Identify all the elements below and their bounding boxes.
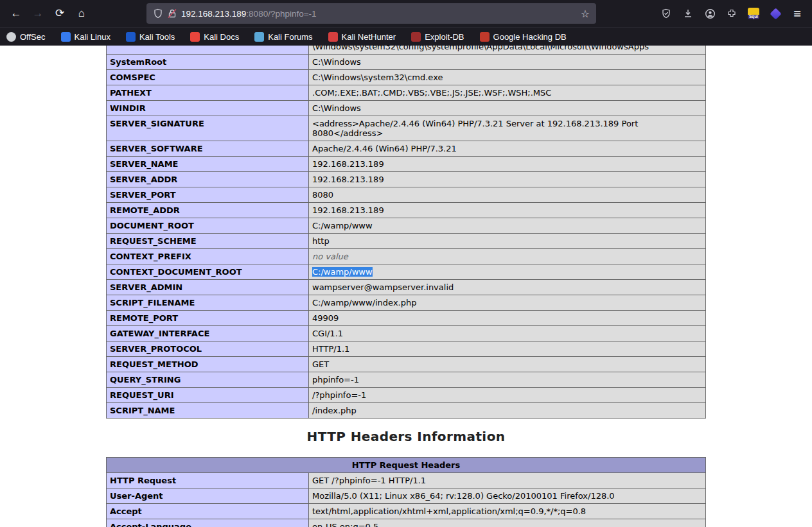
row-value: Apache/2.4.46 (Win64) PHP/7.3.21	[309, 141, 706, 157]
row-label: REMOTE_ADDR	[107, 203, 309, 218]
row-label: REQUEST_SCHEME	[107, 234, 309, 249]
kali-linux-icon	[61, 32, 71, 42]
table-row: SCRIPT_NAME/index.php	[107, 403, 706, 419]
table-row: SystemRootC:\Windows	[107, 55, 706, 70]
row-value: CGI/1.1	[309, 326, 706, 341]
url-path: :8080/?phpinfo=-1	[246, 9, 316, 19]
row-label: User-Agent	[107, 488, 309, 504]
squi-extension-icon[interactable]: Squi	[744, 4, 763, 23]
row-label: DOCUMENT_ROOT	[107, 218, 309, 234]
row-value: /?phpinfo=-1	[309, 388, 706, 403]
row-label: SERVER_ADMIN	[107, 280, 309, 295]
row-value: C:/wamp/www	[309, 264, 706, 280]
ghdb-icon	[480, 32, 490, 42]
bookmark-star-icon[interactable]: ☆	[581, 8, 590, 20]
row-label: SERVER_PROTOCOL	[107, 341, 309, 357]
bookmark-kali-forums[interactable]: Kali Forums	[254, 32, 312, 42]
row-label: CONTEXT_PREFIX	[107, 249, 309, 264]
table-row: REQUEST_METHODGET	[107, 357, 706, 372]
row-value: GET /?phpinfo=-1 HTTP/1.1	[309, 473, 706, 488]
kali-forums-icon	[254, 32, 264, 42]
nav-buttons: ← → ⟳ ⌂	[5, 3, 93, 24]
row-label	[107, 46, 309, 55]
row-value: wampserver@wampserver.invalid	[309, 280, 706, 295]
exploit-db-icon	[411, 32, 421, 42]
row-value: 192.168.213.189	[309, 172, 706, 187]
row-value: 49909	[309, 311, 706, 326]
row-value: Mozilla/5.0 (X11; Linux x86_64; rv:128.0…	[309, 488, 706, 504]
row-value: <address>Apache/2.4.46 (Win64) PHP/7.3.2…	[309, 116, 706, 141]
table-header-row: HTTP Request Headers	[107, 458, 706, 473]
row-label: PATHEXT	[107, 85, 309, 101]
table-row: WINDIRC:\Windows	[107, 101, 706, 116]
bookmark-label: Google Hacking DB	[493, 32, 567, 42]
row-label: SystemRoot	[107, 55, 309, 70]
url-bar[interactable]: 192.168.213.189:8080/?phpinfo=-1 ☆	[146, 3, 596, 24]
table-row: SERVER_SOFTWAREApache/2.4.46 (Win64) PHP…	[107, 141, 706, 157]
row-label: GATEWAY_INTERFACE	[107, 326, 309, 341]
table-row: QUERY_STRINGphpinfo=-1	[107, 372, 706, 388]
bookmark-kali-nethunter[interactable]: Kali NetHunter	[328, 32, 396, 42]
table-row: PATHEXT.COM;.EXE;.BAT;.CMD;.VBS;.VBE;.JS…	[107, 85, 706, 101]
bookmark-label: Kali Forums	[268, 32, 312, 42]
shield-badge-icon[interactable]	[657, 4, 676, 23]
url-text[interactable]: 192.168.213.189:8080/?phpinfo=-1	[181, 9, 576, 19]
downloads-icon[interactable]	[678, 4, 698, 23]
row-value: \Windows\system32\config\systemprofile\A…	[309, 46, 706, 55]
bookmark-label: Exploit-DB	[425, 32, 464, 42]
row-value: HTTP/1.1	[309, 341, 706, 357]
bookmark-label: Kali Tools	[139, 32, 175, 42]
navigation-toolbar: ← → ⟳ ⌂ 192.168.213.189:8080/?phpinfo=-1…	[0, 0, 812, 27]
row-label: SERVER_ADDR	[107, 172, 309, 187]
reload-button[interactable]: ⟳	[49, 3, 71, 24]
row-label: SCRIPT_NAME	[107, 403, 309, 419]
row-value: http	[309, 234, 706, 249]
row-label: WINDIR	[107, 101, 309, 116]
offsec-icon	[6, 32, 16, 42]
bookmark-label: Kali Docs	[204, 32, 239, 42]
table-row: COMSPECC:\Windows\system32\cmd.exe	[107, 70, 706, 85]
bookmark-google-hacking-db[interactable]: Google Hacking DB	[480, 32, 567, 42]
row-label: SERVER_PORT	[107, 187, 309, 203]
kali-docs-icon	[190, 32, 200, 42]
tracking-protection-shield-icon[interactable]	[153, 8, 163, 19]
row-label: REQUEST_METHOD	[107, 357, 309, 372]
row-label: QUERY_STRING	[107, 372, 309, 388]
extensions-icon[interactable]	[722, 4, 741, 23]
home-button[interactable]: ⌂	[71, 3, 93, 24]
row-label: REQUEST_URI	[107, 388, 309, 403]
table-row: REMOTE_ADDR192.168.213.189	[107, 203, 706, 218]
diamond-extension-icon[interactable]	[766, 4, 785, 23]
menu-button[interactable]: ≡	[788, 4, 807, 23]
row-label: CONTEXT_DOCUMENT_ROOT	[107, 264, 309, 280]
bookmark-kali-linux[interactable]: Kali Linux	[61, 32, 110, 42]
row-label: HTTP Request	[107, 473, 309, 488]
bookmarks-toolbar: OffSecKali LinuxKali ToolsKali DocsKali …	[0, 27, 812, 46]
bookmark-kali-docs[interactable]: Kali Docs	[190, 32, 239, 42]
table-row: SERVER_PORT8080	[107, 187, 706, 203]
table-row: Accept-Languageen-US,en;q=0.5	[107, 519, 706, 527]
table-row: CONTEXT_PREFIXno value	[107, 249, 706, 264]
insecure-lock-icon[interactable]	[168, 8, 177, 19]
toolbar-right-icons: Squi ≡	[657, 4, 807, 23]
browser-chrome: ← → ⟳ ⌂ 192.168.213.189:8080/?phpinfo=-1…	[0, 0, 812, 46]
table-row: REQUEST_URI/?phpinfo=-1	[107, 388, 706, 403]
back-button[interactable]: ←	[5, 3, 27, 24]
row-label: Accept	[107, 504, 309, 519]
forward-button[interactable]: →	[27, 3, 49, 24]
row-value: C:/wamp/www/index.php	[309, 295, 706, 311]
table-row: REMOTE_PORT49909	[107, 311, 706, 326]
account-icon[interactable]	[700, 4, 719, 23]
table-row: SERVER_ADMINwampserver@wampserver.invali…	[107, 280, 706, 295]
bookmark-offsec[interactable]: OffSec	[6, 32, 46, 42]
kali-nethunter-icon	[328, 32, 338, 42]
bookmark-exploit-db[interactable]: Exploit-DB	[411, 32, 464, 42]
table-row: User-AgentMozilla/5.0 (X11; Linux x86_64…	[107, 488, 706, 504]
row-value: 8080	[309, 187, 706, 203]
table-row: DOCUMENT_ROOTC:/wamp/www	[107, 218, 706, 234]
table-row: SCRIPT_FILENAMEC:/wamp/www/index.php	[107, 295, 706, 311]
row-label: SERVER_SIGNATURE	[107, 116, 309, 141]
row-label: SERVER_NAME	[107, 157, 309, 172]
table-row: CONTEXT_DOCUMENT_ROOTC:/wamp/www	[107, 264, 706, 280]
bookmark-kali-tools[interactable]: Kali Tools	[126, 32, 175, 42]
